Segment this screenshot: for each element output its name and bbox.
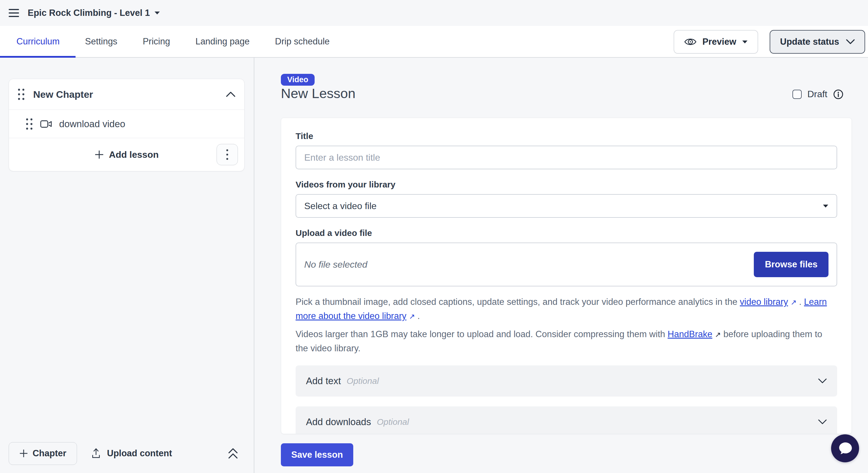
save-lesson-button[interactable]: Save lesson bbox=[281, 443, 353, 466]
help-text-segment: Videos larger than 1GB may take longer t… bbox=[296, 329, 668, 339]
upload-icon bbox=[91, 448, 101, 459]
curriculum-sidebar: New Chapter download video bbox=[0, 58, 254, 473]
file-upload-dropzone[interactable]: No file selected Browse files bbox=[296, 243, 837, 286]
plus-icon bbox=[95, 150, 104, 159]
preview-button[interactable]: Preview bbox=[674, 30, 758, 54]
tab-bar: Curriculum Settings Pricing Landing page… bbox=[0, 26, 868, 58]
add-lesson-row: Add lesson bbox=[9, 138, 244, 171]
info-icon[interactable] bbox=[833, 89, 843, 99]
external-link-arrow-icon: ↗ bbox=[790, 297, 797, 308]
help-text-segment: . bbox=[797, 297, 804, 307]
eye-icon bbox=[684, 37, 697, 47]
draft-checkbox[interactable] bbox=[793, 90, 802, 99]
add-chapter-button[interactable]: Chapter bbox=[9, 442, 77, 465]
add-downloads-accordion[interactable]: Add downloads Optional bbox=[296, 406, 837, 434]
kebab-menu-icon bbox=[226, 149, 228, 160]
tab-bar-actions: Preview Update status bbox=[674, 26, 865, 58]
lesson-form-card: Title Videos from your library Select a … bbox=[281, 118, 852, 434]
help-text-segment: Pick a thumbnail image, add closed capti… bbox=[296, 297, 740, 307]
external-link-arrow-icon: ↗ bbox=[409, 311, 415, 322]
tab-pricing[interactable]: Pricing bbox=[143, 36, 170, 47]
video-camera-icon bbox=[40, 120, 52, 128]
caret-down-icon bbox=[742, 40, 748, 44]
optional-label: Optional bbox=[377, 417, 409, 427]
top-bar: Epic Rock Climbing - Level 1 bbox=[0, 0, 868, 26]
preview-label: Preview bbox=[703, 37, 736, 47]
add-chapter-label: Chapter bbox=[33, 448, 66, 459]
lesson-editor-main: Video New Lesson Draft Title Videos from… bbox=[254, 58, 868, 473]
library-field-label: Videos from your library bbox=[296, 180, 837, 189]
chevron-up-icon[interactable] bbox=[226, 91, 236, 97]
video-library-link[interactable]: video library bbox=[740, 297, 788, 307]
upload-field-label: Upload a video file bbox=[296, 228, 837, 238]
plus-icon bbox=[19, 449, 28, 458]
lesson-type-badge: Video bbox=[281, 74, 315, 86]
tab-list: Curriculum Settings Pricing Landing page… bbox=[17, 26, 330, 57]
chat-launcher-button[interactable] bbox=[831, 434, 859, 462]
add-lesson-button[interactable]: Add lesson bbox=[95, 149, 159, 160]
upload-content-button[interactable]: Upload content bbox=[91, 448, 172, 459]
add-text-accordion[interactable]: Add text Optional bbox=[296, 366, 837, 397]
no-file-selected-text: No file selected bbox=[304, 259, 367, 270]
chevron-down-icon bbox=[818, 419, 827, 424]
hamburger-menu-icon[interactable] bbox=[9, 9, 19, 17]
video-library-selected-value: Select a video file bbox=[304, 201, 377, 212]
update-status-button[interactable]: Update status bbox=[770, 30, 865, 54]
tab-landing-page[interactable]: Landing page bbox=[195, 36, 250, 47]
draft-label: Draft bbox=[807, 89, 827, 99]
add-text-label: Add text bbox=[306, 376, 341, 386]
select-caret-wrap bbox=[823, 204, 829, 208]
lesson-title: download video bbox=[59, 119, 125, 129]
title-field-label: Title bbox=[296, 131, 837, 141]
update-status-label: Update status bbox=[780, 37, 839, 47]
upload-content-label: Upload content bbox=[107, 448, 172, 459]
browse-files-button[interactable]: Browse files bbox=[754, 252, 829, 277]
chat-bubble-icon bbox=[838, 441, 853, 456]
video-library-select[interactable]: Select a video file bbox=[296, 194, 837, 218]
tab-curriculum[interactable]: Curriculum bbox=[17, 36, 60, 47]
chevron-down-icon bbox=[846, 39, 855, 44]
video-library-help-text: Pick a thumbnail image, add closed capti… bbox=[296, 295, 837, 323]
sidebar-footer: Chapter Upload content bbox=[9, 442, 254, 465]
course-title-dropdown[interactable]: Epic Rock Climbing - Level 1 bbox=[28, 8, 160, 18]
add-lesson-label: Add lesson bbox=[109, 149, 159, 160]
add-downloads-label: Add downloads bbox=[306, 416, 371, 428]
tab-settings[interactable]: Settings bbox=[85, 36, 117, 47]
chevron-down-icon bbox=[818, 378, 827, 384]
caret-down-icon bbox=[154, 11, 160, 15]
chapter-options-button[interactable] bbox=[217, 144, 238, 165]
course-builder-screen: Epic Rock Climbing - Level 1 Curriculum … bbox=[0, 0, 868, 473]
course-title: Epic Rock Climbing - Level 1 bbox=[28, 8, 150, 18]
external-link-arrow-icon: ↗ bbox=[715, 329, 721, 341]
drag-handle-icon[interactable] bbox=[26, 118, 33, 130]
handbrake-link[interactable]: HandBrake bbox=[668, 329, 712, 339]
lesson-title-input[interactable] bbox=[296, 146, 837, 169]
page-title: New Lesson bbox=[281, 85, 355, 101]
lesson-row-download-video[interactable]: download video bbox=[9, 110, 244, 138]
drag-handle-icon[interactable] bbox=[18, 88, 25, 101]
caret-down-icon bbox=[823, 204, 829, 208]
draft-toggle-group: Draft bbox=[793, 89, 843, 99]
collapse-all-button[interactable] bbox=[228, 448, 238, 459]
chapter-title: New Chapter bbox=[33, 89, 93, 100]
tab-drip-schedule[interactable]: Drip schedule bbox=[275, 36, 330, 47]
help-text-segment: . bbox=[415, 311, 420, 321]
chapter-card: New Chapter download video bbox=[9, 79, 245, 171]
compression-help-text: Videos larger than 1GB may take longer t… bbox=[296, 327, 837, 356]
double-chevron-up-icon bbox=[228, 448, 238, 459]
optional-label: Optional bbox=[347, 376, 379, 386]
chapter-header[interactable]: New Chapter bbox=[9, 79, 244, 110]
